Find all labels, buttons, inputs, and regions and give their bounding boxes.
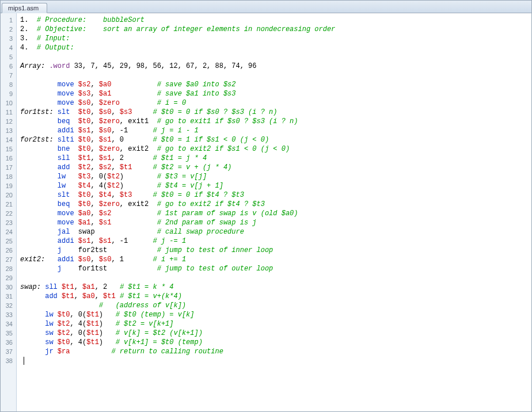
code-line[interactable]: sw $t2, 0($t1) # v[k] = $t2 (v[k+1]): [20, 329, 335, 338]
token-op: jr: [45, 348, 53, 356]
token-plain: [45, 255, 58, 264]
token-plain: [20, 228, 58, 236]
code-area[interactable]: 1. # Procedure: bubbleSort2. # Objective…: [17, 13, 335, 411]
token-plain: , 0(: [70, 329, 86, 337]
token-reg: $t0: [78, 136, 91, 144]
token-plain: [58, 283, 62, 291]
token-plain: ): [99, 311, 116, 319]
token-plain: [20, 173, 58, 181]
code-line[interactable]: Array: .word 33, 7, 45, 29, 98, 56, 12, …: [20, 62, 335, 71]
token-plain: ,: [74, 283, 82, 291]
token-op: beq: [58, 200, 70, 208]
token-plain: [20, 311, 45, 319]
token-comment: # $t0 = 1 if $s1 < 0 (j < 0): [153, 136, 269, 144]
code-line[interactable]: [20, 71, 335, 80]
token-reg: $t1: [120, 163, 132, 171]
text-caret: [24, 357, 24, 365]
token-reg: $s0: [99, 127, 112, 135]
code-line[interactable]: lw $t3, 0($t2) # $t3 = v[j]: [20, 172, 335, 181]
code-line[interactable]: [20, 52, 335, 62]
token-plain: ,: [95, 292, 103, 300]
code-line[interactable]: [20, 356, 335, 365]
code-line[interactable]: swap: sll $t1, $a1, 2 # $t1 = k * 4: [20, 283, 335, 292]
token-plain: ,: [74, 292, 82, 300]
token-plain: ): [120, 173, 157, 181]
code-line[interactable]: lw $t4, 4($t2) # $t4 = v[j + 1]: [20, 181, 335, 190]
line-number: 6: [1, 62, 16, 71]
token-reg: $t0: [58, 311, 70, 319]
code-line[interactable]: jr $ra # return to calling routine: [20, 347, 335, 356]
line-number: 23: [1, 218, 16, 227]
token-plain: [70, 108, 78, 116]
token-op: move: [58, 219, 74, 227]
tab-file[interactable]: mips1.asm: [2, 3, 47, 13]
token-plain: ,: [90, 154, 98, 162]
code-line[interactable]: 2. # Objective: sort an array of integer…: [20, 25, 335, 34]
token-plain: , exit2: [120, 145, 157, 153]
token-plain: ,: [90, 81, 98, 89]
code-line[interactable]: move $a1, $s1 # 2nd param of swap is j: [20, 218, 335, 227]
token-plain: [74, 209, 78, 218]
token-op: lw: [45, 320, 53, 328]
token-plain: [20, 154, 58, 162]
code-line[interactable]: beq $t0, $zero, exit2 # go to exit2 if $…: [20, 200, 335, 209]
code-line[interactable]: lw $t2, 4($t1) # $t2 = v[k+1]: [20, 319, 335, 329]
code-line[interactable]: beq $t0, $zero, exit1 # go to exit1 if $…: [20, 117, 335, 126]
token-comment: # v[k+1] = $t0 (temp): [116, 338, 203, 346]
line-number: 28: [1, 264, 16, 273]
code-line[interactable]: add $t1, $a0, $t1 # $t1 = v+(k*4): [20, 292, 335, 301]
code-line[interactable]: move $s3, $a1 # save $a1 into $s3: [20, 89, 335, 98]
code-line[interactable]: sw $t0, 4($t1) # v[k+1] = $t0 (temp): [20, 338, 335, 347]
token-op: jal: [58, 228, 70, 236]
code-line[interactable]: for2tst: slti $t0, $s1, 0 # $t0 = 1 if $…: [20, 135, 335, 144]
token-op: lw: [58, 173, 66, 181]
token-plain: ,: [111, 108, 119, 116]
token-label: swap:: [20, 283, 41, 291]
code-line[interactable]: lw $t0, 0($t1) # $t0 (temp) = v[k]: [20, 310, 335, 319]
token-plain: [74, 99, 78, 107]
token-comment: # save $a1 into $s3: [157, 90, 236, 98]
token-comment: # j -= 1: [153, 237, 186, 245]
code-line[interactable]: addi $s1, $s0, -1 # j = i - 1: [20, 126, 335, 135]
line-number: 24: [1, 227, 16, 236]
code-line[interactable]: add $t2, $s2, $t1 # $t2 = v + (j * 4): [20, 163, 335, 172]
code-line[interactable]: move $a0, $s2 # 1st param of swap is v (…: [20, 209, 335, 218]
code-line[interactable]: exit2: addi $s0, $s0, 1 # i += 1: [20, 255, 335, 264]
code-line[interactable]: 3. # Input:: [20, 34, 335, 43]
code-line[interactable]: # (address of v[k]): [20, 301, 335, 310]
token-reg: $s3: [78, 90, 91, 98]
token-plain: ,: [90, 145, 98, 153]
token-comment: # $t0 = 0 if $t4 ? $t3: [153, 191, 244, 199]
line-number: 34: [1, 319, 16, 329]
token-plain: , -1: [111, 237, 153, 245]
code-line[interactable]: move $s0, $zero # i = 0: [20, 98, 335, 108]
code-line[interactable]: jal swap # call swap procedure: [20, 227, 335, 236]
token-reg: $s0: [99, 255, 112, 264]
token-comment: # 2nd param of swap is j: [157, 219, 257, 227]
line-number: 32: [1, 301, 16, 310]
token-plain: [58, 292, 62, 300]
code-line[interactable]: slt $t0, $t4, $t3 # $t0 = 0 if $t4 ? $t3: [20, 190, 335, 200]
code-line[interactable]: [20, 273, 335, 283]
code-line[interactable]: bne $t0, $zero, exit2 # go to exit2 if $…: [20, 144, 335, 154]
token-plain: [70, 191, 78, 199]
code-line[interactable]: for1tst: slt $t0, $s0, $s3 # $t0 = 0 if …: [20, 108, 335, 117]
code-line[interactable]: move $s2, $a0 # save $a0 into $s2: [20, 80, 335, 89]
token-plain: , 4(: [70, 338, 86, 346]
token-op: slt: [58, 191, 70, 199]
token-plain: [70, 154, 78, 162]
line-number: 27: [1, 255, 16, 264]
token-plain: [20, 329, 45, 337]
token-plain: , 0(: [70, 311, 86, 319]
token-reg: $t1: [86, 338, 99, 346]
code-line[interactable]: j for2tst # jump to test of inner loop: [20, 246, 335, 255]
code-line[interactable]: sll $t1, $s1, 2 # $t1 = j * 4: [20, 154, 335, 163]
code-line[interactable]: 1. # Procedure: bubbleSort: [20, 16, 335, 25]
code-line[interactable]: j for1tst # jump to test of outer loop: [20, 264, 335, 273]
token-plain: for2tst: [62, 246, 157, 254]
code-line[interactable]: 4. # Output:: [20, 43, 335, 52]
code-line[interactable]: addi $s1, $s1, -1 # j -= 1: [20, 236, 335, 246]
token-plain: [20, 320, 45, 328]
token-reg: $a1: [78, 219, 91, 227]
token-reg: $s2: [99, 209, 112, 218]
